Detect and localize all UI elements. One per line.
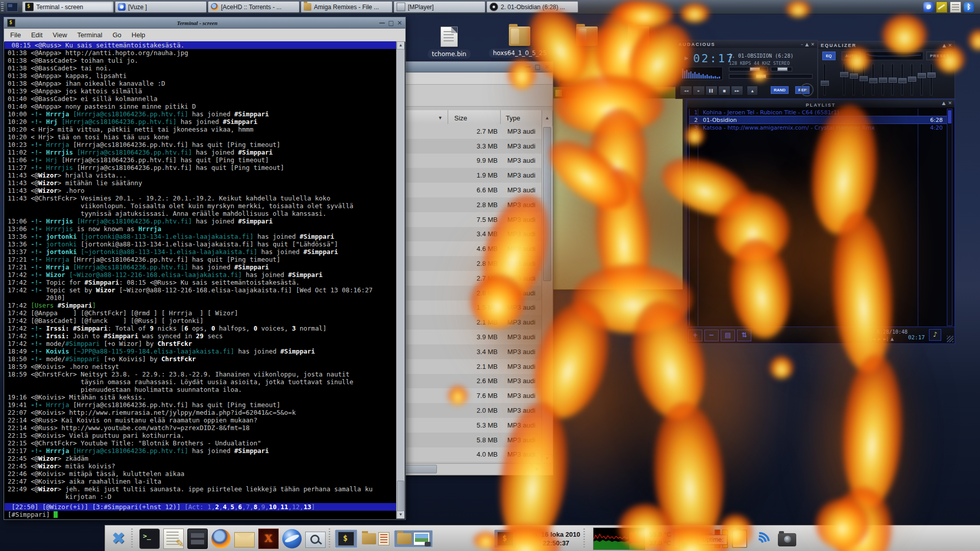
camera-icon[interactable] (778, 533, 796, 546)
equalizer-titlebar[interactable]: EQUALIZER ▲ ✕ (818, 41, 954, 49)
taskbar-button-mplayer[interactable]: [MPlayer] (394, 1, 485, 13)
close-icon[interactable]: ✕ (545, 63, 550, 70)
taskbar-button-vuze[interactable]: [Vuze ] (115, 1, 207, 13)
audacious-titlebar[interactable]: AUDACIOUS – ▲ ✕ (676, 40, 817, 48)
balance-slider[interactable] (771, 67, 792, 71)
close-icon[interactable]: ✕ (948, 101, 952, 106)
shade-icon[interactable]: ▲ (943, 43, 946, 48)
eq-band-slider-7[interactable] (901, 64, 903, 95)
playlist-scrollbar[interactable] (947, 109, 952, 326)
spectrum-visualizer[interactable] (681, 67, 723, 80)
vuze-tray-icon[interactable] (923, 2, 934, 12)
scroll-thumb[interactable] (948, 110, 951, 123)
menu-item-file[interactable]: File (10, 31, 21, 39)
taskbar-button-folder[interactable]: Amiga Remixes - File ... (301, 1, 393, 13)
notes-titlebar[interactable]: Notes - Notes (551, 87, 682, 98)
notes-tray-icon[interactable] (950, 2, 961, 13)
preset-button[interactable]: PRESET (926, 52, 953, 60)
temperature-readout[interactable]: 55.0 °C 37.0 °C (649, 530, 672, 547)
previous-button[interactable]: ◄◄ (680, 86, 692, 95)
minimize-icon[interactable]: — (379, 19, 385, 27)
menu-item-help[interactable]: Help (132, 31, 145, 39)
bluetooth-tray-icon[interactable] (964, 2, 974, 12)
column-header-size[interactable]: Size (448, 110, 501, 126)
scroll-down-icon[interactable]: ▼ (397, 511, 405, 519)
minimize-icon[interactable]: – (801, 42, 803, 47)
preamp-slider[interactable] (823, 64, 826, 95)
desktop-icon-tchome.bin[interactable]: tchome.bin (428, 27, 471, 59)
shade-icon[interactable]: ▲ (942, 101, 946, 106)
close-icon[interactable]: ✕ (948, 43, 952, 48)
terminal-scrollbar[interactable]: ▲ ▼ (396, 41, 405, 519)
sort-button[interactable]: ⇅ (737, 330, 751, 341)
resize-grip[interactable] (947, 336, 953, 342)
eq-auto-button[interactable]: AUTO (842, 52, 861, 60)
menu-item-edit[interactable]: Edit (31, 31, 42, 39)
file-manager-vertical-scrollbar[interactable]: ▼ (542, 124, 552, 463)
firefox-launcher[interactable] (211, 529, 231, 548)
playlist-item[interactable]: 3Katsoa - http://www.amigaremix.com/ - C… (690, 124, 947, 131)
eject-button[interactable]: ▲ (747, 86, 758, 95)
stop-button[interactable]: ■ (718, 86, 730, 95)
eq-band-slider-5[interactable] (881, 64, 884, 95)
column-header-type[interactable]: Type (501, 110, 542, 126)
mini-transport-buttons[interactable]: |◄ ► ►| ▲ (870, 337, 894, 341)
shade-icon[interactable]: ▲ (805, 42, 809, 47)
play-button[interactable]: ► (693, 86, 705, 95)
track-title-display[interactable]: 2. 01-OBSIDION (6:28) (729, 53, 813, 59)
xfce-menu-launcher[interactable]: ✖ (109, 529, 128, 548)
task-button[interactable] (359, 530, 393, 547)
task-button[interactable] (394, 530, 433, 547)
seek-slider[interactable] (729, 74, 813, 79)
close-icon[interactable]: ✕ (397, 19, 402, 27)
search-button[interactable]: ▤ (721, 330, 735, 341)
eq-band-slider-4[interactable] (872, 64, 874, 95)
mplayer-window[interactable] (559, 49, 642, 84)
scroll-up-icon[interactable]: ▲ (542, 110, 553, 126)
add-button[interactable]: + (688, 330, 702, 341)
playlist-options-button[interactable]: ♪ (929, 329, 941, 341)
volume-slider[interactable] (729, 67, 768, 71)
file-manager-launcher[interactable] (187, 529, 208, 549)
taskbar-button-terminal[interactable]: Terminal - screen (22, 1, 114, 13)
minimize-icon[interactable]: — (525, 63, 531, 70)
taskbar-button-audacious[interactable]: 2. 01-Obsidian (6:28) ... (486, 1, 578, 13)
notes-body[interactable] (551, 98, 682, 289)
wireless-signal-icon[interactable] (753, 529, 773, 548)
workspace-pager[interactable] (7, 3, 18, 12)
mail-launcher[interactable] (234, 532, 255, 547)
desktop-icon-hoxs64_1_0_5_25[interactable]: hoxs64_1_0_5_25 (489, 27, 551, 59)
screenshot-launcher[interactable] (305, 532, 326, 548)
clipboard-icon[interactable] (732, 530, 747, 548)
eq-band-slider-10[interactable] (930, 64, 933, 95)
terminal-launcher[interactable] (139, 529, 160, 549)
playlist-item[interactable]: 201-Obsidion6:28 (690, 116, 947, 124)
eq-band-slider-3[interactable] (862, 64, 865, 95)
system-monitor-graph[interactable] (593, 528, 645, 550)
terminal-content[interactable]: 08:15 <@Russ> Ku sais seittemäntoistakes… (5, 41, 397, 519)
notes-launcher[interactable] (163, 529, 184, 549)
playlist-item[interactable]: 1Kohina - Jeroen Tel - Rubicon Title - C… (690, 109, 947, 116)
next-button[interactable]: ►► (731, 86, 743, 95)
taskbar-button-firefox[interactable]: [AceHD :: Torrents - ... (208, 1, 300, 13)
eq-band-slider-2[interactable] (852, 64, 855, 95)
xmms-launcher[interactable] (258, 529, 279, 549)
eq-band-slider-9[interactable] (920, 64, 923, 95)
mixer-tray-icon[interactable] (936, 2, 947, 13)
eq-band-slider-1[interactable] (843, 64, 845, 95)
google-earth-launcher[interactable] (282, 529, 302, 548)
shuffle-button[interactable]: RAND (771, 86, 789, 94)
maximize-icon[interactable]: □ (535, 63, 541, 70)
menu-item-view[interactable]: View (53, 31, 67, 39)
panel-handle[interactable] (1, 2, 4, 12)
vertical-scroll-thumb[interactable] (543, 127, 551, 281)
irc-input-line[interactable]: [#Simppari] (5, 511, 397, 519)
maximize-icon[interactable]: □ (388, 19, 394, 27)
panel-clock[interactable]: la, 16 loka 2010 22:50:37 (532, 530, 580, 547)
task-button[interactable] (335, 530, 357, 548)
pause-button[interactable]: ▌▌ (705, 86, 718, 95)
close-icon[interactable]: ✕ (811, 42, 815, 47)
menu-item-terminal[interactable]: Terminal (77, 31, 102, 39)
eq-toggle-button[interactable]: EQ (822, 52, 836, 60)
remove-button[interactable]: − (704, 330, 719, 341)
